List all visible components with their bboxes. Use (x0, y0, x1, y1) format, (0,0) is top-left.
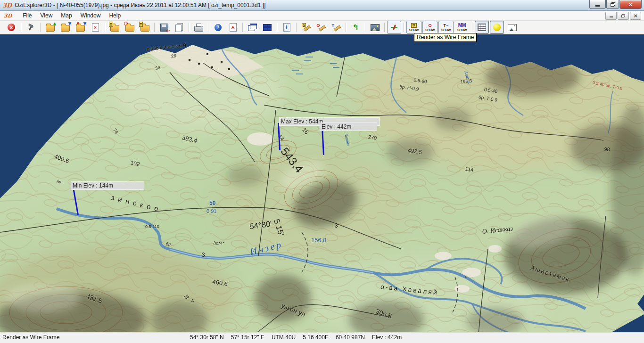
track-properties-button[interactable] (329, 21, 343, 34)
image-dark-icon (371, 24, 380, 31)
about-button[interactable] (226, 21, 240, 34)
position-pointer-button[interactable] (387, 21, 401, 34)
open-map-button[interactable]: ▲ (43, 21, 57, 34)
toolbar-separator (40, 23, 41, 32)
show-label: SHOW (441, 28, 451, 32)
toolbar-separator (105, 23, 105, 32)
menu-file[interactable]: File (18, 11, 36, 20)
minimize-button[interactable] (589, 0, 606, 9)
exit-icon (8, 24, 15, 31)
doc-a-icon (230, 23, 237, 32)
folder-up-icon: ▲ (46, 25, 55, 32)
show-label: SHOW (409, 28, 419, 32)
return-to-oziexplorer-button[interactable] (348, 21, 363, 34)
disk-icon (160, 24, 168, 32)
printer-icon (194, 26, 203, 32)
show-tracks-button[interactable]: TSHOW (438, 21, 454, 34)
window-title: OziExplorer3D - [ N-40-055(1979).jpg - с… (15, 2, 265, 8)
load-3d-view-button[interactable]: ▼ (58, 21, 72, 34)
image-light-icon (508, 24, 517, 31)
pen-t-icon (332, 24, 340, 31)
render-texture-button[interactable] (490, 21, 504, 34)
copy-image-button[interactable] (172, 21, 186, 34)
folder-down-red-icon: ▼ (76, 25, 85, 32)
show-d-icon: D (411, 23, 417, 28)
doc-close-icon (92, 23, 99, 32)
menu-view[interactable]: View (36, 11, 57, 20)
map-3d-view[interactable]: ерюхинский2834393.474102400.6543,4441649… (0, 34, 644, 332)
toolbar-separator (472, 23, 472, 32)
show-events-button[interactable]: OSHOW (422, 21, 438, 34)
render-wire-frame-button[interactable] (475, 21, 489, 34)
toolbar-separator (154, 23, 155, 32)
mdi-minimize-button[interactable] (605, 12, 617, 20)
help-icon (215, 24, 222, 31)
sphere-icon (493, 24, 501, 31)
menu-bar-items: FileViewMapWindowHelp (18, 11, 125, 20)
show-t-icon: T (444, 24, 449, 28)
status-bar: Render as Wire Frame 54° 30r 58" N 57° 1… (0, 332, 644, 343)
minimize-icon (595, 5, 600, 7)
cascade-icon (250, 24, 257, 29)
help-button[interactable] (211, 21, 225, 34)
return-icon (352, 23, 359, 32)
cascade-windows-button[interactable] (245, 21, 259, 34)
restore-icon (611, 2, 615, 7)
mdi-restore-icon (621, 14, 625, 17)
toolbar-separator (346, 23, 346, 32)
toolbar-separator (277, 23, 277, 32)
save-image-button[interactable] (505, 21, 519, 34)
status-elevation: Elev : 442m (372, 334, 402, 341)
status-utm-zone: UTM 40U (272, 334, 296, 341)
menu-map[interactable]: Map (57, 11, 76, 20)
folder-o-icon (125, 25, 134, 32)
toolbar-separator (384, 23, 385, 32)
pen-o-icon (317, 24, 325, 31)
close-button[interactable]: × (619, 0, 642, 9)
tools-icon (27, 24, 34, 31)
window-controls: × (589, 0, 642, 9)
load-waypoint-file-button[interactable]: D (107, 21, 122, 34)
mdi-minimize-icon (610, 16, 613, 17)
mdi-child-icon[interactable]: 3D (4, 13, 12, 19)
status-utm-easting: 5 16 400E (303, 334, 329, 341)
tooltip: Render as Wire Frame (414, 33, 477, 42)
status-latitude: 54° 30r 58" N (190, 334, 224, 341)
terrain-3d-render[interactable] (0, 34, 644, 332)
status-mode-text: Render as Wire Frame (2, 334, 59, 341)
mdi-restore-button[interactable] (618, 12, 629, 20)
load-waypoints-button[interactable]: ▼ (73, 21, 87, 34)
title-bar[interactable]: 3D OziExplorer3D - [ N-40-055(1979).jpg … (0, 0, 644, 11)
show-map-markers-button[interactable]: MMSHOW (454, 21, 470, 34)
exit-button[interactable] (4, 21, 18, 34)
load-track-file-button[interactable]: T (138, 21, 152, 34)
show-waypoints-button[interactable]: DSHOW (406, 21, 421, 34)
waypoint-properties-button[interactable] (299, 21, 313, 34)
menu-bar: 3D FileViewMapWindowHelp × (0, 11, 644, 21)
event-properties-button[interactable] (314, 21, 328, 34)
doc-i-icon (283, 23, 290, 32)
mdi-window-controls: × (605, 12, 641, 20)
mdi-close-icon: × (633, 13, 637, 18)
map-information-button[interactable] (280, 21, 294, 34)
mdi-close-button[interactable]: × (630, 12, 641, 20)
3d-configuration-button[interactable] (24, 21, 38, 34)
status-longitude: 57° 15r 12" E (231, 334, 264, 341)
toolbar: ▲▼▼DTDSHOWOSHOWTSHOWMMSHOW (0, 21, 644, 34)
menu-help[interactable]: Help (105, 11, 125, 20)
close-map-button[interactable] (88, 21, 102, 34)
show-label: SHOW (457, 28, 467, 32)
print-image-button[interactable] (191, 21, 206, 34)
save-3d-view-button[interactable] (157, 21, 171, 34)
status-coordinates: 54° 30r 58" N 57° 15r 12" E UTM 40U 5 16… (190, 334, 402, 341)
toolbar-separator (21, 23, 21, 32)
restore-button[interactable] (606, 0, 619, 9)
grid-icon (478, 24, 486, 31)
load-event-file-button[interactable] (123, 21, 137, 34)
copy-icon (175, 24, 182, 32)
menu-window[interactable]: Window (76, 11, 105, 20)
plane-icon (390, 24, 398, 31)
background-image-button[interactable] (368, 21, 382, 34)
tile-windows-button[interactable] (260, 21, 274, 34)
folder-t-icon: T (140, 25, 149, 32)
